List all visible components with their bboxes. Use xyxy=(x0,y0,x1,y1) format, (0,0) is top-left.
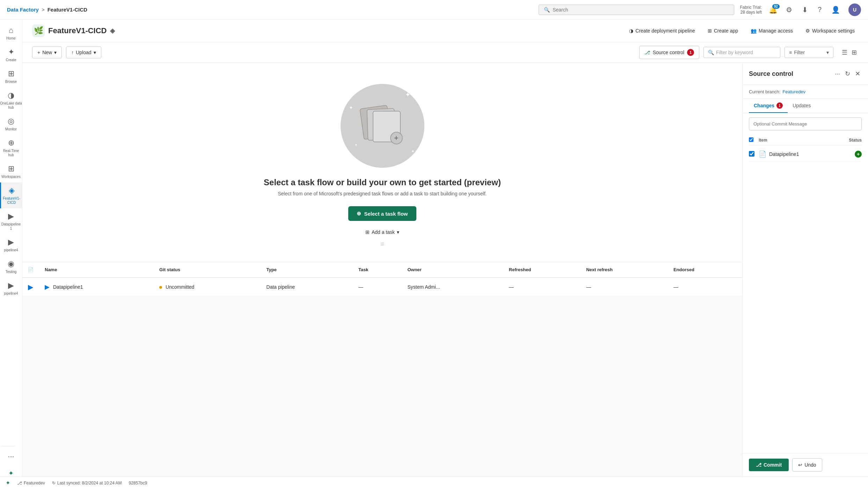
sidebar-item-more[interactable]: ··· xyxy=(1,448,21,465)
grid-view-button[interactable]: ⊞ xyxy=(850,47,858,58)
browse-icon: ⊞ xyxy=(8,69,14,78)
create-app-button[interactable]: ⊞ Create app xyxy=(704,26,742,36)
sc-header-status: Status xyxy=(841,138,862,143)
sc-refresh-button[interactable]: ↻ xyxy=(844,69,852,79)
source-control-button[interactable]: ⎇ Source control 1 xyxy=(639,46,699,59)
upload-button[interactable]: ↑ Upload ▾ xyxy=(66,46,101,58)
status-bar-left: ✦ ⎇ Featuredev ↻ Last synced: 8/2/2024 a… xyxy=(6,480,862,486)
filter-dropdown[interactable]: ≡ Filter ▾ xyxy=(785,47,833,58)
row-git-status: Uncommitted xyxy=(154,278,261,296)
select-task-flow-button[interactable]: ⊕ Select a task flow xyxy=(348,206,416,221)
row-next-refresh: — xyxy=(581,278,668,296)
undo-button[interactable]: ↩ Undo xyxy=(792,458,822,472)
th-endorsed[interactable]: Endorsed xyxy=(668,262,742,278)
sc-item-checkbox[interactable] xyxy=(749,151,754,157)
row-endorsed: — xyxy=(668,278,742,296)
pipeline-file-icon: ▶ xyxy=(45,283,50,291)
workspace-settings-button[interactable]: ⚙ Workspace settings xyxy=(802,26,858,36)
row-icon-cell: ▶ xyxy=(22,278,39,296)
table-row[interactable]: ▶ ▶ Datapipeline1 Uncommitted xyxy=(22,278,742,296)
workspace-logo-icon: 🌿 xyxy=(34,26,43,35)
filter-icon: ≡ xyxy=(789,50,792,55)
filter-box[interactable]: 🔍 Filter by keyword xyxy=(703,47,780,58)
sc-tab-changes[interactable]: Changes 1 xyxy=(749,99,788,113)
sc-close-button[interactable]: ✕ xyxy=(854,69,862,79)
status-sync: ↻ Last synced: 8/2/2024 at 10:24 AM xyxy=(52,481,122,486)
featurev1-icon: ◈ xyxy=(9,186,15,195)
sc-panel-title: Source control xyxy=(749,70,793,78)
list-view-button[interactable]: ☰ xyxy=(840,47,849,58)
deployment-icon: ◑ xyxy=(629,28,633,34)
sidebar-item-onelake[interactable]: ◑ OneLake data hub xyxy=(0,87,22,113)
task-flow-icon: ⊕ xyxy=(357,210,361,217)
commit-hash: 92857bc9 xyxy=(129,481,147,486)
manage-access-button[interactable]: 👥 Manage access xyxy=(747,26,796,36)
monitor-icon: ◎ xyxy=(8,117,14,126)
add-task-icon: ⊞ xyxy=(365,229,370,235)
sc-header-checkbox xyxy=(749,137,759,143)
sidebar-item-workspaces[interactable]: ⊞ Workspaces xyxy=(0,161,22,182)
filter-chevron-icon: ▾ xyxy=(826,50,829,55)
create-deployment-button[interactable]: ◑ Create deployment pipeline xyxy=(626,26,698,36)
th-task[interactable]: Task xyxy=(353,262,402,278)
data-factory-bottom-icon: ✦ xyxy=(8,469,14,477)
sync-label: Last synced: 8/2/2024 at 10:24 AM xyxy=(57,481,122,486)
search-input[interactable] xyxy=(553,7,729,13)
avatar[interactable]: U xyxy=(848,3,861,16)
breadcrumb-data-factory[interactable]: Data Factory xyxy=(7,7,39,13)
sync-icon: ↻ xyxy=(52,481,56,486)
sidebar-item-datapipeline1[interactable]: ▶ Datapipeline 1 xyxy=(0,208,22,234)
source-control-panel: Source control ··· ↻ ✕ Current branch: F… xyxy=(742,63,868,476)
sidebar-item-home[interactable]: ⌂ Home xyxy=(0,22,22,44)
th-owner[interactable]: Owner xyxy=(402,262,503,278)
sc-tabs: Changes 1 Updates xyxy=(743,99,868,113)
commit-button[interactable]: ⎇ Commit xyxy=(749,459,789,471)
sidebar-item-browse[interactable]: ⊞ Browse xyxy=(0,66,22,87)
more-icon: ··· xyxy=(8,452,14,461)
workspace-main: ✦ ✦ ✦ ✦ + Select a task flow or build yo… xyxy=(22,63,742,476)
sc-header-actions: ··· ↻ ✕ xyxy=(833,69,862,79)
share-icon-button[interactable]: 👤 xyxy=(830,4,841,15)
settings-icon-button[interactable]: ⚙ xyxy=(785,4,794,15)
testing-icon: ◉ xyxy=(8,259,14,268)
access-icon: 👥 xyxy=(751,28,757,34)
sidebar-item-create[interactable]: ✦ Create xyxy=(0,44,22,66)
view-buttons: ☰ ⊞ xyxy=(840,47,858,58)
sc-select-all-checkbox[interactable] xyxy=(749,137,753,142)
commit-message-input[interactable] xyxy=(749,117,862,130)
app-icon: ⊞ xyxy=(708,28,712,34)
sidebar-item-pipeline4b[interactable]: ▶ pipeline4 xyxy=(0,278,22,299)
hero-plus-icon: + xyxy=(390,132,403,144)
help-icon-button[interactable]: ? xyxy=(816,4,823,15)
add-task-button[interactable]: ⊞ Add a task ▾ xyxy=(363,226,402,238)
sidebar-item-featurev1[interactable]: ◈ FeatureV1-CICD xyxy=(0,182,22,208)
sidebar-item-realtime[interactable]: ⊕ Real-Time hub xyxy=(0,135,22,161)
content-split: ✦ ✦ ✦ ✦ + Select a task flow or build yo… xyxy=(22,63,868,476)
th-next-refresh[interactable]: Next refresh xyxy=(581,262,668,278)
sc-item-checkbox-wrapper xyxy=(749,151,759,158)
uncommitted-dot xyxy=(159,286,162,289)
upload-icon: ↑ xyxy=(71,50,74,55)
search-box[interactable]: 🔍 xyxy=(539,5,734,15)
source-control-badge: 1 xyxy=(687,49,694,56)
sidebar-item-testing[interactable]: ◉ Testing xyxy=(0,256,22,278)
new-button[interactable]: + New ▾ xyxy=(32,46,62,58)
sc-panel-header: Source control ··· ↻ ✕ xyxy=(743,63,868,85)
sidebar-item-pipeline4a[interactable]: ▶ pipeline4 xyxy=(0,234,22,256)
notification-button[interactable]: 🔔 92 xyxy=(769,6,778,14)
status-branch[interactable]: ⎇ Featuredev xyxy=(17,481,45,486)
th-git-status[interactable]: Git status xyxy=(154,262,261,278)
sc-more-button[interactable]: ··· xyxy=(833,69,841,79)
th-type[interactable]: Type xyxy=(261,262,353,278)
sc-list-header: Item Status xyxy=(749,135,862,145)
th-name[interactable]: Name xyxy=(39,262,154,278)
toolbar: + New ▾ ↑ Upload ▾ ⎇ Source control 1 🔍 … xyxy=(22,42,868,63)
add-task-chevron-icon: ▾ xyxy=(397,229,399,235)
sc-tab-updates[interactable]: Updates xyxy=(788,99,816,113)
sc-branch-row: Current branch: Featuredev xyxy=(743,85,868,99)
search-icon: 🔍 xyxy=(544,7,550,13)
th-refreshed[interactable]: Refreshed xyxy=(503,262,581,278)
download-icon-button[interactable]: ⬇ xyxy=(801,4,809,15)
sidebar-item-monitor[interactable]: ◎ Monitor xyxy=(0,113,22,135)
sc-branch-value[interactable]: Featuredev xyxy=(782,89,805,94)
